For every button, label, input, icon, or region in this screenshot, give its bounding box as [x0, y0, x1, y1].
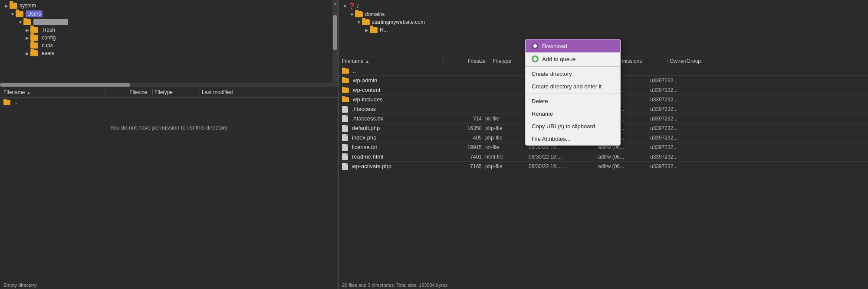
ctx-file-attributes[interactable]: File Attributes...	[526, 133, 620, 145]
tree-arrow-system: ▶	[3, 3, 10, 8]
tree-label-home	[33, 19, 68, 25]
ctx-download[interactable]: Download	[526, 39, 620, 52]
right-type-index-php: php-file	[485, 135, 529, 141]
right-label-subfolder: R...	[380, 27, 388, 33]
right-folder-icon-wp-admin	[342, 78, 349, 83]
left-v-scrollbar[interactable]: ▲	[332, 0, 338, 82]
tree-item-trash[interactable]: ▶ .Trash	[0, 26, 338, 34]
download-icon	[532, 42, 539, 49]
left-col-headers: Filename ▲ Filesize Filetype Last modifi…	[0, 88, 338, 97]
ctx-rename[interactable]: Rename	[526, 107, 620, 120]
right-arrow-domains: ▼	[349, 12, 355, 17]
tree-item-system[interactable]: ▶ system	[0, 2, 338, 10]
ctx-copy-url[interactable]: Copy URL(s) to clipboard	[526, 120, 620, 133]
col-sep-3	[200, 89, 200, 95]
right-col-filesize-header[interactable]: Filesize	[446, 58, 489, 64]
question-mark-icon: ❓	[348, 3, 355, 10]
permission-message: You do not have permission to list this …	[0, 107, 338, 148]
right-tree-subfolder[interactable]: ▶ R...	[339, 26, 868, 34]
right-folder-icon-wp-includes	[342, 97, 349, 102]
right-perm-readme-html: adfrw (06...	[598, 154, 650, 160]
tree-arrow-esets: ▶	[24, 51, 30, 56]
right-folder-icon-parent	[342, 68, 349, 74]
queue-icon-dot	[533, 57, 537, 61]
scroll-up-arrow: ▲	[332, 0, 338, 6]
right-col-permissions-header[interactable]: Permissions	[614, 58, 666, 64]
right-type-htaccess-bk: bk-file	[485, 116, 529, 122]
right-folder-icon-wp-content	[342, 88, 349, 93]
right-fname-htaccess-bk: .htaccess.bk	[352, 115, 383, 122]
folder-icon-home	[23, 19, 31, 25]
ctx-create-dir-enter[interactable]: Create directory and enter it	[526, 80, 620, 93]
right-fname-index-php: index.php	[352, 134, 376, 141]
right-filename-sort: ▲	[365, 59, 369, 64]
right-owner-wp-activate: u3397232...	[650, 163, 865, 169]
right-col-sep-1	[444, 58, 444, 64]
right-type-wp-activate: php-file	[485, 163, 529, 169]
tree-arrow-home: ▼	[17, 20, 23, 25]
right-folder-subfolder	[370, 27, 378, 33]
tree-item-users[interactable]: ▼ Users	[0, 10, 338, 18]
ctx-create-dir[interactable]: Create directory	[526, 68, 620, 80]
ctx-rename-label: Rename	[532, 110, 553, 117]
right-col-filename-header[interactable]: Filename ▲	[342, 58, 442, 64]
right-fname-readme-html: readme.html	[352, 153, 383, 160]
right-type-license-txt: txt-file	[485, 144, 529, 150]
tree-label-config: .config	[40, 35, 56, 41]
ctx-file-attributes-label: File Attributes...	[532, 136, 571, 142]
ctx-queue-label: Add to queue	[542, 56, 575, 62]
right-label-root: /	[357, 3, 358, 9]
ctx-delete[interactable]: Delete	[526, 95, 620, 107]
left-file-row-parent[interactable]: ..	[0, 97, 338, 107]
left-scrollbar-thumb[interactable]	[333, 15, 337, 50]
tree-item-config[interactable]: ▶ .config	[0, 34, 338, 42]
ctx-create-dir-enter-label: Create directory and enter it	[532, 83, 602, 90]
right-perm-wp-activate: adfrw (06...	[598, 163, 650, 169]
right-owner-htaccess-bk: u3397232...	[650, 116, 865, 122]
right-owner-license-txt: u3397232...	[650, 144, 865, 150]
right-tree-domains[interactable]: ▼ domains	[339, 10, 868, 18]
folder-icon-cups	[30, 42, 38, 49]
right-size-default-php: 16358	[442, 125, 485, 131]
left-col-filetype-header[interactable]: Filetype	[155, 89, 198, 95]
right-label-domains: domains	[365, 11, 385, 17]
tree-arrow-config: ▶	[24, 36, 30, 40]
tree-arrow-trash: ▶	[24, 28, 30, 32]
right-row-wp-activate-php[interactable]: wp-activate.php 7165 php-file 08/30/22 1…	[339, 162, 868, 171]
tree-label-cups: .cups	[40, 42, 53, 49]
right-size-wp-activate: 7165	[442, 163, 485, 169]
right-size-htaccess-bk: 714	[442, 116, 485, 122]
tree-arrow-users: ▼	[10, 12, 16, 16]
left-col-filesize-header[interactable]: Filesize	[107, 89, 151, 95]
download-icon-dot	[533, 44, 537, 48]
right-col-owner-header[interactable]: Owner/Group	[670, 58, 865, 64]
right-row-readme-html[interactable]: readme.html 7401 html-file 08/30/22 16:.…	[339, 152, 868, 162]
tree-item-cups[interactable]: .cups	[0, 42, 338, 49]
right-owner-wp-content: u3397232...	[650, 87, 865, 93]
left-h-scrollbar-thumb[interactable]	[0, 83, 130, 87]
left-col-lastmod-header[interactable]: Last modified	[202, 89, 271, 95]
left-h-scrollbar[interactable]	[0, 83, 338, 87]
right-tree-root[interactable]: ▼ ❓ /	[339, 2, 868, 10]
folder-icon-trash	[30, 27, 38, 33]
ctx-add-to-queue[interactable]: Add to queue	[526, 52, 620, 65]
right-filename-label: Filename	[342, 58, 363, 64]
ctx-sep-1	[526, 66, 620, 67]
left-filename-parent: ..	[14, 99, 17, 105]
folder-icon-esets	[30, 50, 38, 56]
right-fname-wp-includes: wp-includes	[353, 96, 383, 103]
right-arrow-website: ▼	[356, 20, 362, 25]
tree-item-user-home[interactable]: ▼	[0, 18, 338, 26]
right-fname-default-php: default.php	[352, 125, 380, 131]
folder-icon-system	[10, 3, 17, 9]
right-tree-website[interactable]: ▼ startingmywebsite.com	[339, 18, 868, 26]
left-panel: ▶ system ▼ Users ▼ ▶ .Tr	[0, 0, 339, 289]
col-sep-2	[152, 89, 153, 95]
right-owner-wp-admin: u3397232...	[650, 78, 865, 84]
right-label-website: startingmywebsite.com	[372, 19, 425, 25]
tree-item-esets[interactable]: ▶ .esets	[0, 49, 338, 57]
tree-label-users: Users	[26, 10, 43, 17]
folder-icon-config	[30, 35, 38, 41]
left-col-filename-header[interactable]: Filename ▲	[3, 89, 103, 95]
right-file-icon-wp-activate	[342, 163, 348, 170]
